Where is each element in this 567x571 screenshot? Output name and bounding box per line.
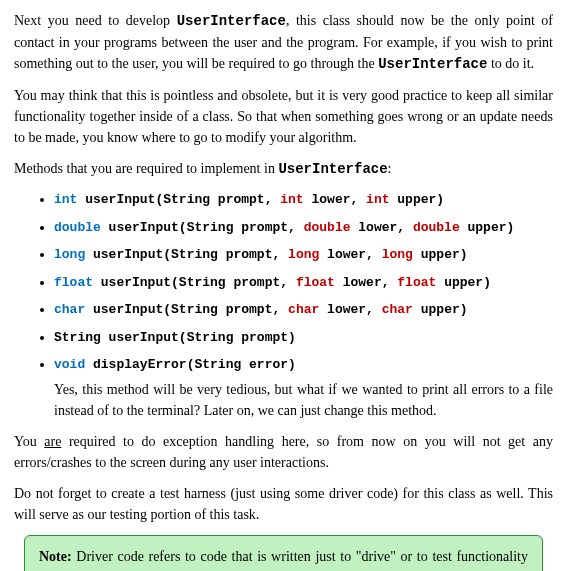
method-signature-6: void displayError(String error) [54, 355, 553, 375]
param1-type: String [171, 302, 218, 317]
comma2: , [382, 275, 398, 290]
comma2: , [366, 302, 382, 317]
method-name: userInput [85, 302, 163, 317]
param3-type: float [397, 275, 436, 290]
comma1: , [272, 302, 288, 317]
param1-name: prompt [233, 330, 288, 345]
paren-close: ) [483, 275, 491, 290]
param1-name: prompt [210, 192, 265, 207]
harness-paragraph: Do not forget to create a test harness (… [14, 483, 553, 525]
return-type: double [54, 220, 101, 235]
method-list: int userInput(String prompt, int lower, … [14, 190, 553, 375]
method-name: userInput [77, 192, 155, 207]
methods-header-colon: : [388, 161, 392, 176]
paren-open: ( [163, 302, 171, 317]
comma1: , [288, 220, 304, 235]
return-type: String [54, 330, 101, 345]
paren-close: ) [507, 220, 515, 235]
exception-text-2: required to do exception handling here, … [14, 434, 553, 470]
param1-type: String [187, 220, 234, 235]
param3-type: int [366, 192, 389, 207]
paren-close: ) [460, 247, 468, 262]
param2-name: lower [319, 302, 366, 317]
param1-type: String [194, 357, 241, 372]
comma1: , [265, 192, 281, 207]
methods-header: Methods that you are required to impleme… [14, 158, 553, 180]
param3-type: long [382, 247, 413, 262]
paren-close: ) [288, 330, 296, 345]
comma1: , [280, 275, 296, 290]
intro-text-3: to do it. [487, 56, 534, 71]
param3-name: upper [436, 275, 483, 290]
param1-type: String [163, 192, 210, 207]
param2-type: int [280, 192, 303, 207]
method-name: displayError [85, 357, 186, 372]
param3-name: upper [390, 192, 437, 207]
param3-type: char [382, 302, 413, 317]
param2-name: lower [350, 220, 397, 235]
param2-name: lower [319, 247, 366, 262]
paren-open: ( [171, 275, 179, 290]
comma2: , [366, 247, 382, 262]
exception-emph: are [44, 434, 61, 449]
param1-type: String [179, 275, 226, 290]
paren-open: ( [179, 330, 187, 345]
comma1: , [272, 247, 288, 262]
param1-name: prompt [233, 220, 288, 235]
param2-type: double [304, 220, 351, 235]
exception-paragraph: You are required to do exception handlin… [14, 431, 553, 473]
method-signature-4: char userInput(String prompt, char lower… [54, 300, 553, 320]
methods-header-class: UserInterface [278, 161, 387, 177]
method-signature-2: long userInput(String prompt, long lower… [54, 245, 553, 265]
method-signature-0: int userInput(String prompt, int lower, … [54, 190, 553, 210]
param1-name: prompt [218, 302, 273, 317]
method-name: userInput [93, 275, 171, 290]
method-signature-3: float userInput(String prompt, float low… [54, 273, 553, 293]
note-label: Note: [39, 549, 72, 564]
method-name: userInput [101, 330, 179, 345]
comma2: , [350, 192, 366, 207]
methods-header-text: Methods that you are required to impleme… [14, 161, 278, 176]
paren-open: ( [179, 220, 187, 235]
method-signature-1: double userInput(String prompt, double l… [54, 218, 553, 238]
paren-open: ( [163, 247, 171, 262]
class-name-2: UserInterface [378, 56, 487, 72]
param2-type: float [296, 275, 335, 290]
return-type: float [54, 275, 93, 290]
param2-type: char [288, 302, 319, 317]
param1-type: String [171, 247, 218, 262]
method-name: userInput [101, 220, 179, 235]
param3-name: upper [413, 247, 460, 262]
class-name-1: UserInterface [177, 13, 286, 29]
return-type: char [54, 302, 85, 317]
paren-close: ) [460, 302, 468, 317]
param1-name: prompt [218, 247, 273, 262]
practice-paragraph: You may think that this is pointless and… [14, 85, 553, 148]
return-type: void [54, 357, 85, 372]
param3-type: double [413, 220, 460, 235]
paren-close: ) [436, 192, 444, 207]
method-name: userInput [85, 247, 163, 262]
note-text: Driver code refers to code that is writt… [39, 549, 528, 572]
exception-text-1: You [14, 434, 44, 449]
intro-paragraph: Next you need to develop UserInterface, … [14, 10, 553, 75]
after-methods-paragraph: Yes, this method will be very tedious, b… [14, 379, 553, 421]
param3-name: upper [460, 220, 507, 235]
return-type: long [54, 247, 85, 262]
param2-name: lower [335, 275, 382, 290]
param3-name: upper [413, 302, 460, 317]
param1-name: prompt [226, 275, 281, 290]
intro-text-1: Next you need to develop [14, 13, 177, 28]
comma2: , [397, 220, 413, 235]
param2-name: lower [304, 192, 351, 207]
param2-type: long [288, 247, 319, 262]
paren-close: ) [288, 357, 296, 372]
return-type: int [54, 192, 77, 207]
note-box: Note: Driver code refers to code that is… [24, 535, 543, 572]
method-signature-5: String userInput(String prompt) [54, 328, 553, 348]
param1-type: String [187, 330, 234, 345]
param1-name: error [241, 357, 288, 372]
